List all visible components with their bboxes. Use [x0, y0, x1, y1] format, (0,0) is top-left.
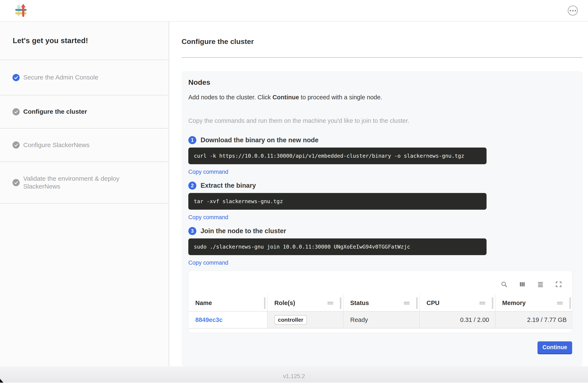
step-1-command-codeblock: curl -k https://10.0.0.11:30000/api/v1/e…: [188, 148, 486, 164]
join-hint-text: Copy the commands and run them on the ma…: [188, 117, 572, 124]
step-1-number-badge: 1: [188, 136, 196, 144]
sidebar-title-block: Let's get you started!: [0, 21, 169, 60]
column-separator[interactable]: [264, 297, 266, 309]
column-header-roles[interactable]: Role(s): [267, 295, 343, 312]
overflow-menu-button[interactable]: [568, 5, 578, 16]
version-label: v1.125.2: [283, 373, 305, 380]
role-chip: controller: [274, 315, 307, 325]
nodes-card-title: Nodes: [188, 78, 572, 86]
sidebar-item-configure-cluster[interactable]: Configure the cluster: [0, 95, 169, 128]
sidebar-item-configure-slackernews[interactable]: Configure SlackerNews: [0, 128, 169, 162]
column-resize-handle[interactable]: [327, 301, 333, 305]
step-1-header: 1 Download the binary on the new node: [188, 136, 572, 144]
columns-icon[interactable]: [519, 280, 526, 288]
column-separator[interactable]: [416, 297, 418, 309]
title-divider: [182, 57, 583, 58]
column-header-status[interactable]: Status: [343, 295, 419, 312]
step-2-number-badge: 2: [188, 182, 196, 190]
nodes-card: Nodes Add nodes to the cluster. Click Co…: [182, 71, 583, 366]
copy-command-link-1[interactable]: Copy command: [188, 169, 228, 175]
sidebar-title: Let's get you started!: [13, 36, 88, 45]
step-2-command-codeblock: tar -xvf slackernews-gnu.tgz: [188, 193, 486, 210]
fullscreen-icon[interactable]: [555, 280, 562, 288]
check-circle-icon: [12, 179, 20, 186]
mouse-cursor: [0, 379, 3, 383]
node-cpu-cell: 0.31 / 2.00: [419, 312, 495, 328]
column-resize-handle[interactable]: [557, 301, 563, 305]
sidebar-item-secure-admin-console[interactable]: Secure the Admin Console: [0, 60, 169, 95]
check-circle-icon: [12, 141, 20, 149]
sidebar-item-label: Validate the environment & deploy Slacke…: [23, 175, 133, 190]
ellipsis-icon: [570, 10, 571, 11]
check-circle-icon-complete: [12, 74, 20, 81]
search-icon[interactable]: [500, 280, 508, 288]
check-circle-icon: [12, 108, 20, 115]
table-header-row: Name Role(s) Status CPU: [189, 295, 572, 312]
node-name-cell: 8849ec3c: [189, 312, 267, 328]
sidebar-item-label: Configure the cluster: [23, 108, 87, 116]
table-toolbar: [189, 271, 572, 295]
sidebar-item-label: Secure the Admin Console: [23, 74, 98, 81]
node-memory-cell: 2.19 / 7.77 GB: [495, 312, 572, 328]
table-row: 8849ec3c controller Ready 0.31 / 2.00 2.…: [189, 312, 572, 328]
copy-command-link-2[interactable]: Copy command: [188, 214, 228, 221]
top-bar: [0, 0, 588, 21]
column-resize-handle[interactable]: [404, 301, 410, 305]
main-content: Configure the cluster Nodes Add nodes to…: [169, 21, 588, 366]
setup-steps-sidebar: Let's get you started! Secure the Admin …: [0, 21, 169, 366]
column-header-cpu[interactable]: CPU: [419, 295, 495, 312]
node-roles-cell: controller: [267, 312, 343, 328]
nodes-intro-text: Add nodes to the cluster. Click Continue…: [188, 94, 572, 101]
column-separator[interactable]: [569, 297, 571, 309]
nodes-table-panel: Name Role(s) Status CPU: [188, 271, 572, 333]
column-header-name[interactable]: Name: [189, 295, 267, 312]
copy-command-link-3[interactable]: Copy command: [188, 259, 228, 266]
app-logo-icon: [14, 4, 27, 17]
step-3-header: 3 Join the node to the cluster: [188, 227, 572, 235]
table-footer-spacer: [189, 328, 572, 333]
step-3-number-badge: 3: [188, 227, 196, 235]
node-status-cell: Ready: [343, 312, 419, 328]
continue-button[interactable]: Continue: [538, 341, 572, 354]
sidebar-item-label: Configure SlackerNews: [23, 141, 89, 149]
page-title: Configure the cluster: [182, 37, 583, 46]
step-3-command-codeblock: sudo ./slackernews-gnu join 10.0.0.11:30…: [188, 238, 486, 255]
column-header-memory[interactable]: Memory: [495, 295, 572, 312]
column-separator[interactable]: [340, 297, 341, 309]
app-footer: v1.125.2: [0, 366, 588, 383]
density-icon[interactable]: [537, 280, 544, 288]
step-2-header: 2 Extract the binary: [188, 182, 572, 190]
column-resize-handle[interactable]: [479, 301, 485, 305]
node-name-link[interactable]: 8849ec3c: [195, 317, 223, 323]
sidebar-item-validate-deploy[interactable]: Validate the environment & deploy Slacke…: [0, 162, 169, 204]
column-separator[interactable]: [492, 297, 493, 309]
